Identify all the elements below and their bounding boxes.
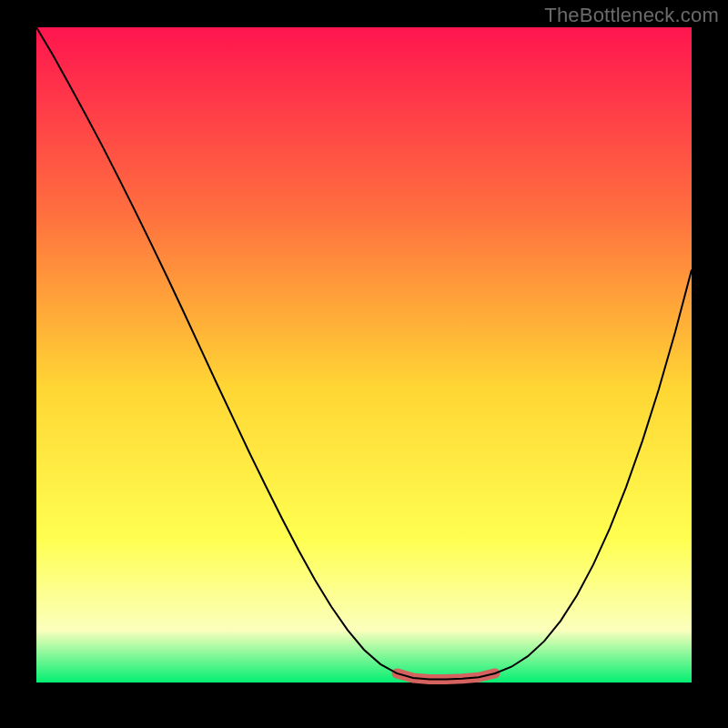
chart-svg <box>0 0 728 728</box>
plot-background <box>36 27 692 682</box>
watermark-text: TheBottleneck.com <box>544 4 719 27</box>
chart-container: TheBottleneck.com <box>0 0 728 728</box>
